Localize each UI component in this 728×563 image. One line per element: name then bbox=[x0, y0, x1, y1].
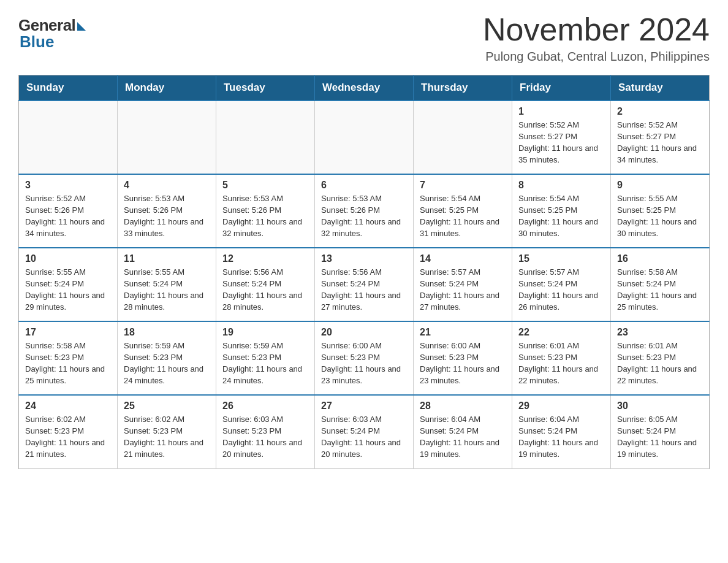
day-cell: 13Sunrise: 5:56 AM Sunset: 5:24 PM Dayli… bbox=[315, 248, 414, 321]
day-cell: 22Sunrise: 6:01 AM Sunset: 5:23 PM Dayli… bbox=[512, 321, 611, 395]
day-cell: 28Sunrise: 6:04 AM Sunset: 5:24 PM Dayli… bbox=[414, 395, 512, 469]
day-number: 13 bbox=[321, 253, 407, 264]
day-number: 6 bbox=[321, 180, 407, 191]
day-cell: 2Sunrise: 5:52 AM Sunset: 5:27 PM Daylig… bbox=[611, 101, 710, 174]
day-info: Sunrise: 5:54 AM Sunset: 5:25 PM Dayligh… bbox=[420, 193, 506, 239]
weekday-header-thursday: Thursday bbox=[414, 75, 512, 101]
day-info: Sunrise: 5:53 AM Sunset: 5:26 PM Dayligh… bbox=[222, 193, 308, 239]
day-cell: 17Sunrise: 5:58 AM Sunset: 5:23 PM Dayli… bbox=[19, 321, 118, 395]
day-info: Sunrise: 5:58 AM Sunset: 5:24 PM Dayligh… bbox=[617, 267, 703, 313]
day-number: 5 bbox=[222, 180, 308, 191]
day-cell: 4Sunrise: 5:53 AM Sunset: 5:26 PM Daylig… bbox=[118, 174, 216, 248]
day-info: Sunrise: 5:52 AM Sunset: 5:27 PM Dayligh… bbox=[518, 120, 604, 166]
day-number: 12 bbox=[222, 253, 308, 264]
day-cell: 25Sunrise: 6:02 AM Sunset: 5:23 PM Dayli… bbox=[118, 395, 216, 469]
day-info: Sunrise: 5:52 AM Sunset: 5:27 PM Dayligh… bbox=[617, 120, 703, 166]
day-number: 3 bbox=[25, 180, 111, 191]
day-cell: 29Sunrise: 6:04 AM Sunset: 5:24 PM Dayli… bbox=[512, 395, 611, 469]
day-number: 2 bbox=[617, 106, 703, 117]
day-number: 11 bbox=[124, 253, 210, 264]
day-number: 29 bbox=[518, 400, 604, 412]
day-cell: 8Sunrise: 5:54 AM Sunset: 5:25 PM Daylig… bbox=[512, 174, 611, 248]
logo: General Blue bbox=[18, 12, 86, 52]
calendar-subtitle: Pulong Gubat, Central Luzon, Philippines bbox=[483, 50, 710, 64]
day-cell: 20Sunrise: 6:00 AM Sunset: 5:23 PM Dayli… bbox=[315, 321, 414, 395]
day-cell: 23Sunrise: 6:01 AM Sunset: 5:23 PM Dayli… bbox=[611, 321, 710, 395]
day-cell: 24Sunrise: 6:02 AM Sunset: 5:23 PM Dayli… bbox=[19, 395, 118, 469]
day-cell: 30Sunrise: 6:05 AM Sunset: 5:24 PM Dayli… bbox=[611, 395, 710, 469]
day-info: Sunrise: 5:57 AM Sunset: 5:24 PM Dayligh… bbox=[518, 267, 604, 313]
day-info: Sunrise: 5:59 AM Sunset: 5:23 PM Dayligh… bbox=[124, 340, 210, 386]
day-info: Sunrise: 5:56 AM Sunset: 5:24 PM Dayligh… bbox=[222, 267, 308, 313]
day-number: 10 bbox=[25, 253, 111, 264]
day-cell: 1Sunrise: 5:52 AM Sunset: 5:27 PM Daylig… bbox=[512, 101, 611, 174]
day-number: 25 bbox=[124, 400, 210, 412]
day-cell bbox=[118, 101, 216, 174]
day-cell bbox=[414, 101, 512, 174]
day-cell: 11Sunrise: 5:55 AM Sunset: 5:24 PM Dayli… bbox=[118, 248, 216, 321]
day-cell: 6Sunrise: 5:53 AM Sunset: 5:26 PM Daylig… bbox=[315, 174, 414, 248]
day-number: 16 bbox=[617, 253, 703, 264]
logo-triangle-icon bbox=[77, 22, 86, 31]
day-number: 21 bbox=[420, 327, 506, 338]
logo-blue-text: Blue bbox=[20, 33, 54, 52]
title-block: November 2024 Pulong Gubat, Central Luzo… bbox=[483, 12, 710, 64]
day-info: Sunrise: 5:53 AM Sunset: 5:26 PM Dayligh… bbox=[124, 193, 210, 239]
weekday-header-friday: Friday bbox=[512, 75, 611, 101]
day-info: Sunrise: 5:54 AM Sunset: 5:25 PM Dayligh… bbox=[518, 193, 604, 239]
day-info: Sunrise: 5:59 AM Sunset: 5:23 PM Dayligh… bbox=[222, 340, 308, 386]
day-cell: 3Sunrise: 5:52 AM Sunset: 5:26 PM Daylig… bbox=[19, 174, 118, 248]
day-info: Sunrise: 6:04 AM Sunset: 5:24 PM Dayligh… bbox=[420, 414, 506, 460]
day-cell bbox=[216, 101, 315, 174]
day-info: Sunrise: 6:00 AM Sunset: 5:23 PM Dayligh… bbox=[321, 340, 407, 386]
calendar-table: SundayMondayTuesdayWednesdayThursdayFrid… bbox=[18, 75, 710, 469]
day-info: Sunrise: 5:57 AM Sunset: 5:24 PM Dayligh… bbox=[420, 267, 506, 313]
day-info: Sunrise: 6:05 AM Sunset: 5:24 PM Dayligh… bbox=[617, 414, 703, 460]
weekday-header-sunday: Sunday bbox=[19, 75, 118, 101]
day-cell: 27Sunrise: 6:03 AM Sunset: 5:24 PM Dayli… bbox=[315, 395, 414, 469]
day-info: Sunrise: 5:52 AM Sunset: 5:26 PM Dayligh… bbox=[25, 193, 111, 239]
day-number: 15 bbox=[518, 253, 604, 264]
week-row-5: 24Sunrise: 6:02 AM Sunset: 5:23 PM Dayli… bbox=[19, 395, 710, 469]
weekday-header-saturday: Saturday bbox=[611, 75, 710, 101]
day-cell: 12Sunrise: 5:56 AM Sunset: 5:24 PM Dayli… bbox=[216, 248, 315, 321]
day-number: 17 bbox=[25, 327, 111, 338]
day-cell: 10Sunrise: 5:55 AM Sunset: 5:24 PM Dayli… bbox=[19, 248, 118, 321]
day-info: Sunrise: 6:00 AM Sunset: 5:23 PM Dayligh… bbox=[420, 340, 506, 386]
day-cell: 18Sunrise: 5:59 AM Sunset: 5:23 PM Dayli… bbox=[118, 321, 216, 395]
week-row-2: 3Sunrise: 5:52 AM Sunset: 5:26 PM Daylig… bbox=[19, 174, 710, 248]
calendar-title: November 2024 bbox=[483, 12, 710, 47]
day-info: Sunrise: 6:02 AM Sunset: 5:23 PM Dayligh… bbox=[25, 414, 111, 460]
day-number: 23 bbox=[617, 327, 703, 338]
day-info: Sunrise: 5:55 AM Sunset: 5:25 PM Dayligh… bbox=[617, 193, 703, 239]
day-number: 9 bbox=[617, 180, 703, 191]
day-cell bbox=[19, 101, 118, 174]
weekday-header-wednesday: Wednesday bbox=[315, 75, 414, 101]
day-cell: 26Sunrise: 6:03 AM Sunset: 5:23 PM Dayli… bbox=[216, 395, 315, 469]
day-number: 27 bbox=[321, 400, 407, 412]
page-header: General Blue November 2024 Pulong Gubat,… bbox=[18, 12, 710, 64]
day-number: 26 bbox=[222, 400, 308, 412]
day-number: 14 bbox=[420, 253, 506, 264]
day-number: 20 bbox=[321, 327, 407, 338]
week-row-4: 17Sunrise: 5:58 AM Sunset: 5:23 PM Dayli… bbox=[19, 321, 710, 395]
week-row-3: 10Sunrise: 5:55 AM Sunset: 5:24 PM Dayli… bbox=[19, 248, 710, 321]
day-number: 4 bbox=[124, 180, 210, 191]
week-row-1: 1Sunrise: 5:52 AM Sunset: 5:27 PM Daylig… bbox=[19, 101, 710, 174]
day-info: Sunrise: 6:04 AM Sunset: 5:24 PM Dayligh… bbox=[518, 414, 604, 460]
day-number: 19 bbox=[222, 327, 308, 338]
day-info: Sunrise: 5:55 AM Sunset: 5:24 PM Dayligh… bbox=[25, 267, 111, 313]
day-cell: 16Sunrise: 5:58 AM Sunset: 5:24 PM Dayli… bbox=[611, 248, 710, 321]
day-cell: 5Sunrise: 5:53 AM Sunset: 5:26 PM Daylig… bbox=[216, 174, 315, 248]
day-cell: 15Sunrise: 5:57 AM Sunset: 5:24 PM Dayli… bbox=[512, 248, 611, 321]
day-number: 18 bbox=[124, 327, 210, 338]
day-number: 28 bbox=[420, 400, 506, 412]
day-info: Sunrise: 5:58 AM Sunset: 5:23 PM Dayligh… bbox=[25, 340, 111, 386]
weekday-header-tuesday: Tuesday bbox=[216, 75, 315, 101]
day-cell: 19Sunrise: 5:59 AM Sunset: 5:23 PM Dayli… bbox=[216, 321, 315, 395]
day-info: Sunrise: 5:55 AM Sunset: 5:24 PM Dayligh… bbox=[124, 267, 210, 313]
day-number: 22 bbox=[518, 327, 604, 338]
day-info: Sunrise: 6:03 AM Sunset: 5:24 PM Dayligh… bbox=[321, 414, 407, 460]
day-info: Sunrise: 6:03 AM Sunset: 5:23 PM Dayligh… bbox=[222, 414, 308, 460]
day-cell bbox=[315, 101, 414, 174]
